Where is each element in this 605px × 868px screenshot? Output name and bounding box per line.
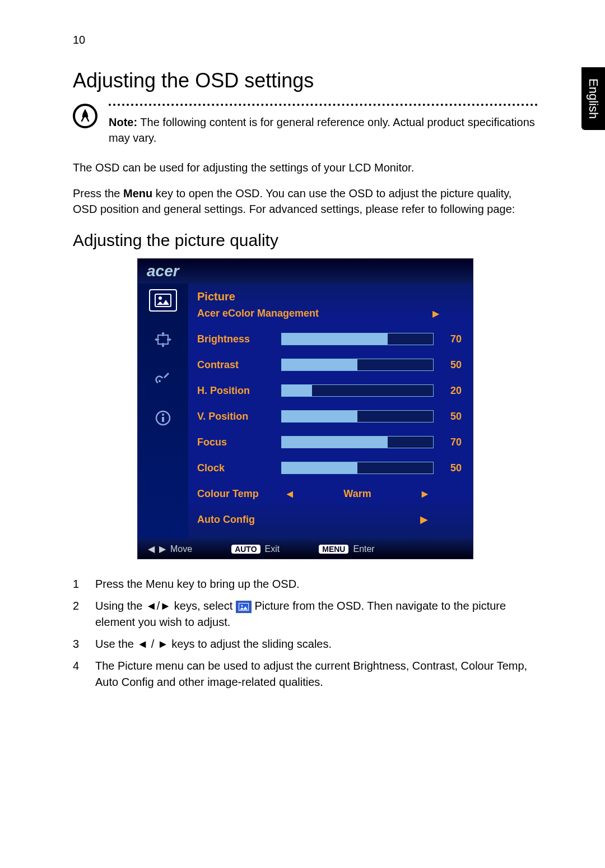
settings-icon[interactable] — [149, 368, 177, 390]
language-tab: English — [581, 67, 605, 130]
svg-rect-6 — [162, 417, 164, 422]
slider[interactable] — [281, 333, 434, 345]
para-menu-key: Press the Menu key to open the OSD. You … — [73, 185, 538, 217]
osd-header: acer — [138, 259, 473, 284]
list-item: 1 Press the Menu key to bring up the OSD… — [73, 576, 538, 592]
osd-menu-title: Picture — [197, 290, 462, 303]
footer-exit: AUTO Exit — [231, 544, 280, 554]
osd-row-hposition[interactable]: H. Position 20 — [197, 378, 462, 403]
svg-point-1 — [159, 296, 162, 300]
info-icon[interactable] — [149, 407, 177, 429]
osd-row-focus[interactable]: Focus 70 — [197, 429, 462, 455]
heading-picture-quality: Adjusting the picture quality — [73, 231, 538, 250]
heading-osd-settings: Adjusting the OSD settings — [73, 69, 538, 92]
note-text: Note: The following content is for gener… — [109, 114, 538, 146]
triangle-right-icon: ▶ — [159, 544, 166, 554]
para-osd-intro: The OSD can be used for adjusting the se… — [73, 160, 538, 175]
chevron-right-icon: ▶ — [420, 514, 428, 525]
osd-row-brightness[interactable]: Brightness 70 — [197, 326, 462, 352]
list-item: 3 Use the ◄ / ► keys to adjust the slidi… — [73, 636, 538, 652]
slider[interactable] — [281, 462, 434, 474]
triangle-left-icon[interactable]: ◀ — [287, 489, 293, 498]
footer-move: ◀▶ Move — [148, 544, 192, 554]
osd-screenshot: acer Picture Acer eColor M — [137, 258, 473, 559]
dotted-divider — [109, 104, 538, 106]
osd-row-clock[interactable]: Clock 50 — [197, 455, 462, 481]
chevron-right-icon: ▶ — [432, 308, 439, 319]
svg-point-8 — [241, 605, 243, 606]
osd-row-vposition[interactable]: V. Position 50 — [197, 403, 462, 429]
svg-rect-2 — [158, 335, 168, 344]
picture-icon[interactable] — [149, 289, 177, 312]
osd-main: Picture Acer eColor Management ▶ Brightn… — [188, 284, 473, 539]
osd-row-colour-temp[interactable]: Colour Temp ◀ Warm ▶ — [197, 481, 462, 507]
osd-footer: ◀▶ Move AUTO Exit MENU Enter — [138, 539, 473, 559]
svg-point-3 — [159, 380, 161, 382]
position-icon[interactable] — [149, 328, 177, 351]
page-number: 10 — [73, 34, 538, 47]
slider[interactable] — [281, 384, 434, 397]
instruction-list: 1 Press the Menu key to bring up the OSD… — [73, 576, 538, 690]
slider[interactable] — [281, 410, 434, 423]
footer-enter: MENU Enter — [319, 544, 374, 554]
list-item: 2 Using the ◄/► keys, select Picture fro… — [73, 598, 538, 630]
osd-sidebar — [138, 284, 188, 539]
note-block: Note: The following content is for gener… — [73, 104, 538, 146]
osd-row-contrast[interactable]: Contrast 50 — [197, 352, 462, 378]
slider[interactable] — [281, 359, 434, 371]
svg-point-5 — [162, 414, 164, 416]
osd-ecolor-row[interactable]: Acer eColor Management ▶ — [197, 308, 462, 319]
page: 10 Adjusting the OSD settings Note: The … — [0, 0, 605, 730]
acer-logo: acer — [147, 262, 179, 280]
osd-row-auto-config[interactable]: Auto Config ▶ — [197, 507, 462, 532]
triangle-left-icon: ◀ — [148, 544, 155, 554]
list-item: 4 The Picture menu can be used to adjust… — [73, 658, 538, 690]
note-pin-icon — [73, 104, 97, 128]
picture-icon — [236, 601, 252, 613]
slider[interactable] — [281, 436, 434, 448]
triangle-right-icon[interactable]: ▶ — [422, 489, 428, 498]
